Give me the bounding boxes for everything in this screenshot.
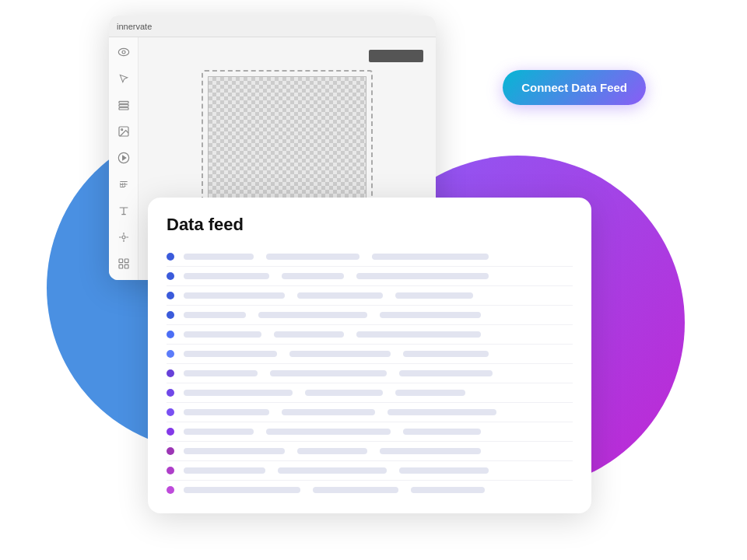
line-segment (380, 448, 481, 454)
image-icon[interactable] (117, 124, 131, 138)
line-segment (184, 331, 261, 338)
row-lines (184, 487, 573, 493)
line-segment (399, 370, 493, 376)
line-segment (184, 254, 254, 260)
data-row (167, 286, 573, 306)
svg-marker-8 (122, 156, 125, 159)
app-title: innervate (117, 22, 152, 31)
editor-sidebar: H1 (109, 37, 139, 280)
data-row (167, 345, 573, 364)
row-lines (184, 254, 573, 260)
row-dot (167, 311, 174, 319)
line-segment (297, 448, 367, 454)
svg-rect-15 (119, 259, 123, 263)
row-dot (167, 389, 174, 397)
grid-icon[interactable] (117, 257, 131, 271)
row-dot (167, 272, 174, 280)
line-segment (184, 351, 277, 357)
line-segment (266, 254, 359, 260)
line-segment (184, 390, 293, 396)
line-segment (282, 273, 344, 279)
line-segment (395, 292, 473, 299)
line-segment (282, 409, 375, 415)
layers-icon[interactable] (117, 98, 131, 112)
row-dot (167, 292, 174, 299)
row-dot (167, 447, 174, 455)
svg-point-0 (118, 48, 128, 55)
cursor-icon[interactable] (117, 72, 131, 86)
svg-rect-16 (124, 259, 128, 263)
line-segment (297, 292, 383, 299)
line-segment (313, 487, 398, 493)
row-lines (184, 351, 573, 357)
line-segment (258, 312, 367, 318)
line-segment (184, 487, 300, 493)
data-row (167, 442, 573, 461)
row-lines (184, 292, 573, 299)
line-segment (184, 448, 285, 454)
canvas-top-bar (151, 50, 423, 62)
line-segment (184, 409, 269, 415)
editor-titlebar: innervate (109, 16, 436, 37)
connect-data-feed-button[interactable]: Connect Data Feed (503, 70, 646, 105)
data-row (167, 306, 573, 325)
line-segment (184, 467, 265, 474)
line-segment (305, 390, 383, 396)
row-lines (184, 331, 573, 338)
line-segment (399, 467, 489, 474)
row-dot (167, 253, 174, 261)
svg-point-10 (122, 236, 125, 239)
row-dot (167, 428, 174, 436)
line-segment (380, 312, 481, 318)
line-segment (403, 429, 481, 435)
row-lines (184, 370, 573, 376)
data-row (167, 364, 573, 383)
eye-icon[interactable] (117, 45, 131, 59)
row-dot (167, 467, 174, 474)
play-icon[interactable] (117, 151, 131, 165)
row-lines (184, 312, 573, 318)
line-segment (411, 487, 485, 493)
component-icon[interactable] (117, 230, 131, 244)
row-lines (184, 467, 573, 474)
line-segment (270, 370, 387, 376)
canvas-small-rect (369, 50, 423, 62)
text-icon[interactable] (117, 204, 131, 218)
data-row (167, 267, 573, 286)
svg-point-1 (122, 51, 125, 54)
line-segment (388, 409, 496, 415)
svg-rect-17 (119, 264, 123, 268)
data-row (167, 383, 573, 403)
data-row (167, 461, 573, 481)
line-segment (266, 429, 391, 435)
svg-rect-4 (119, 107, 128, 110)
svg-rect-18 (124, 264, 128, 268)
data-row (167, 403, 573, 422)
data-feed-title: Data feed (167, 215, 573, 235)
line-segment (278, 467, 387, 474)
row-lines (184, 429, 573, 435)
data-feed-card: Data feed (148, 198, 591, 513)
line-segment (289, 351, 391, 357)
line-segment (356, 273, 489, 279)
line-segment (184, 312, 246, 318)
line-segment (356, 331, 481, 338)
data-row (167, 422, 573, 442)
line-segment (184, 273, 269, 279)
row-dot (167, 369, 174, 377)
line-segment (184, 292, 285, 299)
row-dot (167, 486, 174, 494)
line-segment (395, 390, 465, 396)
row-lines (184, 273, 573, 279)
line-segment (274, 331, 344, 338)
heading-icon[interactable]: H1 (117, 177, 131, 191)
data-feed-rows (167, 247, 573, 499)
line-segment (403, 351, 489, 357)
row-dot (167, 408, 174, 416)
svg-rect-2 (119, 101, 128, 103)
line-segment (184, 370, 258, 376)
line-segment (372, 254, 489, 260)
line-segment (184, 429, 254, 435)
row-dot (167, 350, 174, 358)
row-lines (184, 390, 573, 396)
